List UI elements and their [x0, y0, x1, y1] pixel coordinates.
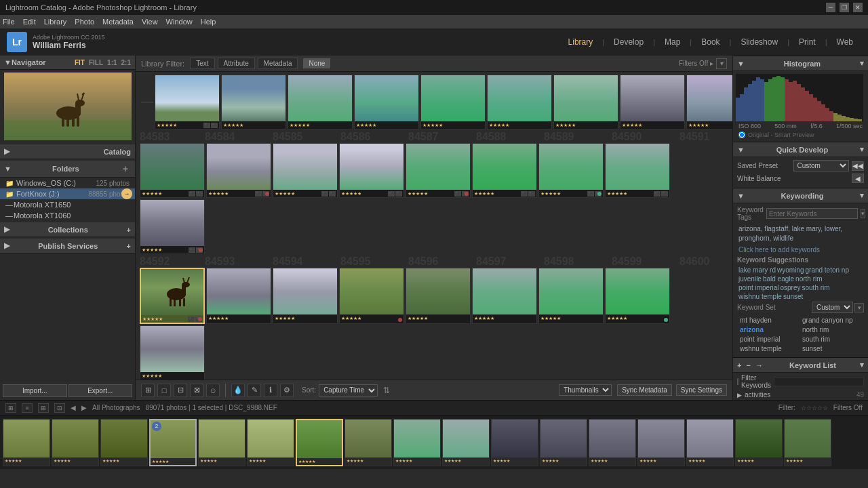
nav-fit[interactable]: FIT [75, 59, 85, 66]
preset-down-button[interactable]: ◀◀ [852, 161, 864, 171]
sug-south-rim[interactable]: south rim [802, 284, 830, 291]
status-view-btn-1[interactable]: ⊞ [5, 403, 16, 413]
sug-grand-teton[interactable]: grand teton np [805, 266, 849, 274]
preset-select[interactable]: Custom [793, 160, 850, 171]
nav-fill[interactable]: FILL [89, 59, 103, 66]
photo-cell[interactable]: ★★★★★ [538, 268, 604, 324]
menu-edit[interactable]: Edit [23, 18, 36, 26]
tab-develop[interactable]: Develop [606, 35, 652, 49]
add-collection-button[interactable]: + [127, 226, 131, 234]
add-folder-button[interactable]: + [120, 163, 131, 174]
status-view-btn-2[interactable]: ≡ [22, 403, 33, 413]
film-cell[interactable]: 2 ★★★★★ [149, 419, 197, 466]
photo-cell[interactable]: ★★★★★ [354, 75, 419, 129]
photo-cell[interactable]: ★★★★★ [339, 268, 404, 324]
film-cell-active[interactable]: ★★★★★ [296, 419, 343, 466]
film-cell[interactable]: ★★★★★ [100, 419, 148, 466]
grid-area[interactable]: — ★★★★★ ⬛ ⬛ ★★★★★ [136, 72, 732, 380]
kw-tag-sunset[interactable]: sunset [801, 344, 863, 353]
histogram-header[interactable]: ▼ Histogram ▾ [733, 56, 868, 71]
status-all-photographs[interactable]: All Photographs [92, 404, 140, 411]
restore-button[interactable]: ❐ [840, 3, 849, 12]
film-cell[interactable]: ★★★★★ [540, 419, 587, 466]
tab-book[interactable]: Book [693, 35, 728, 49]
photo-cell[interactable]: ★★★★★⬛⬛ [206, 143, 271, 198]
film-cell[interactable]: ★★★★★ [784, 419, 831, 466]
film-cell[interactable]: ★★★★★ [442, 419, 490, 466]
kw-list-minus-button[interactable]: − [747, 361, 751, 369]
kw-tag-arizona[interactable]: arizona [738, 325, 800, 334]
film-cell[interactable]: ★★★★★ [344, 419, 392, 466]
folders-header[interactable]: ▼ Folders + [0, 161, 135, 178]
photo-cell-active[interactable]: ★★★★★⬛⬛ [140, 268, 205, 324]
people-view-button[interactable]: ☺ [206, 384, 220, 397]
photo-cell[interactable]: ★★★★★ [620, 75, 685, 129]
film-cell[interactable]: ★★★★★ [637, 419, 685, 466]
film-cell[interactable]: ★★★★★ [247, 419, 294, 466]
sug-juvenile[interactable]: juvenile [738, 275, 762, 283]
enter-keywords-input[interactable] [766, 208, 858, 219]
minimize-button[interactable]: ─ [826, 3, 835, 12]
kw-list-add-button[interactable]: + [737, 361, 741, 369]
photo-cell[interactable]: ★★★★★ [553, 75, 618, 129]
folder-item-fortknox[interactable]: 📁 FortKnox (J:) 88855 photos → [0, 188, 135, 199]
folder-item-motorola2[interactable]: — Motorola XT1060 [0, 210, 135, 221]
menu-window[interactable]: Window [166, 18, 193, 26]
film-cell[interactable]: ★★★★★ [393, 419, 441, 466]
tab-web[interactable]: Web [829, 35, 861, 49]
sort-direction-button[interactable]: ⇅ [383, 386, 390, 395]
add-publish-button[interactable]: + [127, 242, 131, 250]
filter-panel-toggle[interactable]: ▾ [716, 58, 727, 69]
kw-tree-activities[interactable]: ▶ activities 49 [733, 390, 868, 399]
close-button[interactable]: ✕ [853, 3, 863, 12]
metadata-button[interactable]: ℹ [264, 384, 277, 397]
photo-cell[interactable]: ★★★★★⬛⬛ [472, 143, 537, 198]
film-cell[interactable]: ★★★★★ [686, 419, 734, 466]
nav-2-1[interactable]: 2:1 [121, 59, 131, 66]
kw-list-arrow-button[interactable]: → [755, 361, 763, 369]
photo-cell[interactable]: ★★★★★ [273, 268, 338, 324]
folder-item-windows[interactable]: 📁 Windows_OS (C:) 125 photos [0, 178, 135, 188]
kw-tag-grand-canyon[interactable]: grand canyon np [801, 316, 863, 325]
publish-header[interactable]: ▶ Publish Services + [0, 239, 135, 253]
kw-tag-point-imperial[interactable]: point imperial [738, 335, 800, 344]
photo-cell[interactable]: ★★★★★ [605, 268, 670, 324]
titlebar-controls[interactable]: ─ ❐ ✕ [826, 3, 863, 12]
loupe-view-button[interactable]: □ [157, 384, 171, 397]
kw-tag-mt-hayden[interactable]: mt hayden [738, 316, 800, 325]
photo-cell[interactable]: ★★★★★ [406, 268, 471, 324]
photo-cell[interactable]: ★★★★★ [206, 268, 271, 324]
grid-view-button[interactable]: ⊞ [141, 384, 155, 397]
kw-tag-wshnu-temple[interactable]: wshnu temple [738, 344, 800, 353]
status-prev-button[interactable]: ◀ [71, 404, 76, 411]
sync-settings-button[interactable]: Sync Settings [676, 384, 727, 396]
menu-file[interactable]: File [3, 18, 15, 26]
filter-text-button[interactable]: Text [190, 58, 214, 69]
develop-button[interactable]: ⚙ [280, 384, 294, 397]
sug-north-rim[interactable]: north rim [795, 275, 822, 283]
collections-header[interactable]: ▶ Collections + [0, 222, 135, 237]
compare-view-button[interactable]: ⊟ [174, 384, 187, 397]
photo-cell[interactable]: ★★★★★ [472, 268, 537, 324]
kw-tag-south-rim[interactable]: south rim [801, 335, 863, 344]
filters-off-button[interactable]: Filters Off ▸ [679, 60, 713, 67]
filter-kw-input[interactable] [774, 377, 864, 386]
sort-select[interactable]: Capture Time File Name Rating [319, 384, 378, 396]
kw-tag-north-rim[interactable]: north rim [801, 325, 863, 334]
catalog-header[interactable]: ▶ Catalog [0, 144, 135, 159]
sug-osprey[interactable]: osprey [780, 284, 800, 291]
original-radio[interactable] [738, 131, 745, 138]
sug-wyoming[interactable]: wyoming [777, 266, 804, 274]
sug-point-imperial[interactable]: point imperial [738, 284, 778, 291]
photo-cell[interactable]: ★★★★★⬛⬛ [140, 199, 205, 254]
sug-wishnu-temple[interactable]: wishnu temple [738, 293, 782, 300]
photo-cell[interactable]: ★★★★★ [420, 75, 486, 129]
thumbnails-select[interactable]: Thumbnails [559, 384, 612, 396]
tab-slideshow[interactable]: Slideshow [732, 35, 786, 49]
status-view-btn-3[interactable]: ⊞ [38, 403, 49, 413]
film-cell[interactable]: ★★★★★ [3, 419, 50, 466]
folder-item-motorola1[interactable]: — Motorola XT1650 [0, 199, 135, 210]
spray-can-button[interactable]: 💧 [231, 384, 245, 397]
menu-library[interactable]: Library [44, 18, 67, 26]
filter-attribute-button[interactable]: Attribute [218, 58, 255, 69]
